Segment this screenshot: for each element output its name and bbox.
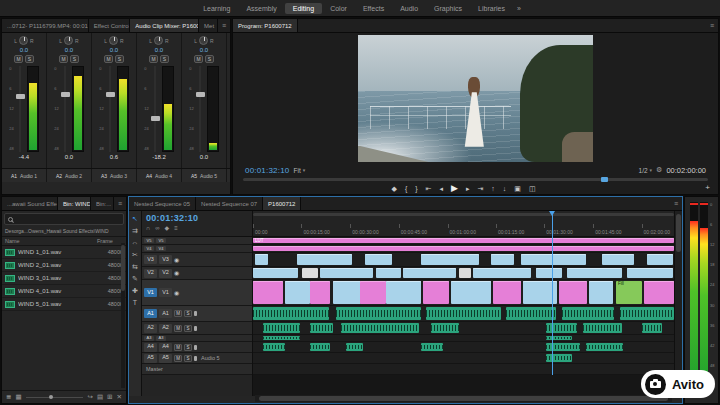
- workspace-tab-assembly[interactable]: Assembly: [238, 3, 284, 14]
- list-item[interactable]: WIND 5_01.wav48000: [2, 298, 126, 311]
- track-badge-a1[interactable]: A1: [159, 309, 172, 318]
- clip[interactable]: [562, 307, 614, 320]
- step-back-button[interactable]: ◂: [439, 185, 443, 192]
- source-patch-a5[interactable]: A5: [144, 354, 157, 363]
- timeline-tab-2[interactable]: P1600712: [263, 197, 301, 210]
- solo-button[interactable]: S: [25, 55, 34, 63]
- clip[interactable]: [263, 343, 285, 351]
- pan-knob-icon[interactable]: [154, 36, 163, 45]
- timeline-settings-icon[interactable]: ≡: [174, 225, 178, 231]
- voiceover-record-icon[interactable]: [194, 311, 197, 316]
- clip[interactable]: [336, 307, 421, 320]
- ripple-edit-tool[interactable]: ⇔: [132, 239, 139, 246]
- timeline-tab-1[interactable]: Nested Sequence 07: [196, 197, 263, 210]
- clip[interactable]: [263, 323, 300, 333]
- pan-knob-icon[interactable]: [199, 36, 208, 45]
- mixer-tab-1[interactable]: Effect Controls: [89, 19, 131, 32]
- clip[interactable]: [546, 354, 571, 362]
- breadcrumb[interactable]: Desorga...Owens_Hawaii Sound Effects\WIN…: [2, 226, 126, 237]
- volume-fader[interactable]: [106, 66, 115, 152]
- clip[interactable]: [567, 268, 622, 278]
- timeline-playhead[interactable]: [552, 211, 553, 375]
- track-header-a2[interactable]: A2A2MS: [142, 322, 252, 335]
- workspace-tab-color[interactable]: Color: [322, 3, 355, 14]
- track-solo-button[interactable]: S: [184, 355, 192, 362]
- program-timecode[interactable]: 00:01:32:10: [245, 166, 289, 175]
- track-badge-a4[interactable]: A4: [159, 343, 172, 352]
- mute-button[interactable]: M: [59, 55, 68, 63]
- panel-menu-icon[interactable]: ≡: [706, 19, 718, 32]
- source-patch-v3[interactable]: V3: [144, 255, 157, 264]
- track-select-tool[interactable]: ⇉: [132, 227, 138, 234]
- column-name[interactable]: Name: [5, 238, 97, 244]
- clip[interactable]: Fill: [616, 281, 642, 304]
- project-tab-2[interactable]: Bin:...: [91, 197, 114, 210]
- go-to-out-button[interactable]: ⇥: [477, 185, 483, 192]
- track-lane-a5[interactable]: [253, 353, 674, 364]
- mixer-tab-0[interactable]: ...0712- P1116799.MP4: 00:01:34.56: [2, 19, 89, 32]
- workspace-tab-editing[interactable]: Editing: [285, 3, 322, 14]
- source-patch-a4[interactable]: A4: [144, 343, 157, 352]
- clip[interactable]: [310, 281, 330, 304]
- workspace-overflow-icon[interactable]: »: [513, 3, 525, 14]
- clip[interactable]: [451, 281, 491, 304]
- track-mute-button[interactable]: M: [174, 355, 182, 362]
- mute-button[interactable]: M: [104, 55, 113, 63]
- track-mute-button[interactable]: M: [174, 344, 182, 351]
- clip[interactable]: [536, 268, 561, 278]
- volume-fader[interactable]: [16, 66, 25, 152]
- track-lane-master[interactable]: [253, 364, 674, 375]
- pan-knob-icon[interactable]: [109, 36, 118, 45]
- hand-tool[interactable]: ✚: [132, 287, 138, 294]
- clip[interactable]: [421, 254, 479, 265]
- list-item[interactable]: WIND 2_01.wav48000: [2, 259, 126, 272]
- linked-selection-icon[interactable]: ∞: [155, 225, 159, 231]
- voiceover-record-icon[interactable]: [194, 345, 197, 350]
- track-header-v4[interactable]: V4V4◉: [142, 245, 252, 253]
- track-header-v3[interactable]: V3V3◉: [142, 253, 252, 267]
- fader-handle[interactable]: [151, 116, 160, 121]
- workspace-tab-audio[interactable]: Audio: [392, 3, 426, 14]
- track-badge-v1[interactable]: V1: [159, 288, 172, 297]
- track-header-a4[interactable]: A4A4MS: [142, 342, 252, 353]
- clip[interactable]: [253, 307, 329, 320]
- clip[interactable]: [620, 307, 674, 320]
- track-mute-button[interactable]: M: [174, 310, 182, 317]
- track-assign-a4[interactable]: A4Audio 4: [137, 169, 182, 182]
- track-header-v2[interactable]: V2V2◉: [142, 267, 252, 280]
- clip[interactable]: [426, 307, 502, 320]
- list-item[interactable]: WIND 3_01.wav48000: [2, 272, 126, 285]
- track-lane-a3[interactable]: [253, 335, 674, 342]
- clip[interactable]: [602, 254, 634, 265]
- timeline-tab-0[interactable]: Nested Sequence 05: [129, 197, 196, 210]
- track-solo-button[interactable]: S: [184, 344, 192, 351]
- workspace-tab-learning[interactable]: Learning: [195, 3, 238, 14]
- source-patch-v5[interactable]: V5: [144, 238, 154, 243]
- pan-knob-icon[interactable]: [64, 36, 73, 45]
- lift-button[interactable]: ↑: [491, 185, 495, 192]
- clip[interactable]: [376, 268, 401, 278]
- track-badge-v3[interactable]: V3: [159, 255, 172, 264]
- selection-tool[interactable]: ↖: [132, 215, 138, 222]
- clip[interactable]: [253, 281, 283, 304]
- new-bin-icon[interactable]: ▤: [97, 394, 103, 401]
- clip[interactable]: [403, 268, 456, 278]
- clip[interactable]: [431, 323, 459, 333]
- pen-tool[interactable]: ✎: [132, 275, 138, 282]
- clip[interactable]: [310, 343, 330, 351]
- track-lane-a1[interactable]: [253, 306, 674, 322]
- clip[interactable]: [386, 281, 421, 304]
- mute-button[interactable]: M: [194, 55, 203, 63]
- clip[interactable]: [297, 254, 352, 265]
- work-area-bar[interactable]: [253, 213, 674, 216]
- program-tab[interactable]: Program: P1600712: [233, 19, 298, 32]
- track-badge-a3[interactable]: A3: [156, 336, 166, 341]
- track-badge-a5[interactable]: A5: [159, 354, 172, 363]
- clip[interactable]: LUT: [253, 238, 674, 243]
- track-lane-v5[interactable]: LUT: [253, 237, 674, 245]
- pan-knob-icon[interactable]: [19, 36, 28, 45]
- track-badge-v2[interactable]: V2: [159, 269, 172, 278]
- slip-tool[interactable]: ⇆: [132, 263, 138, 270]
- source-patch-a3[interactable]: A3: [144, 336, 154, 341]
- clip[interactable]: [521, 254, 586, 265]
